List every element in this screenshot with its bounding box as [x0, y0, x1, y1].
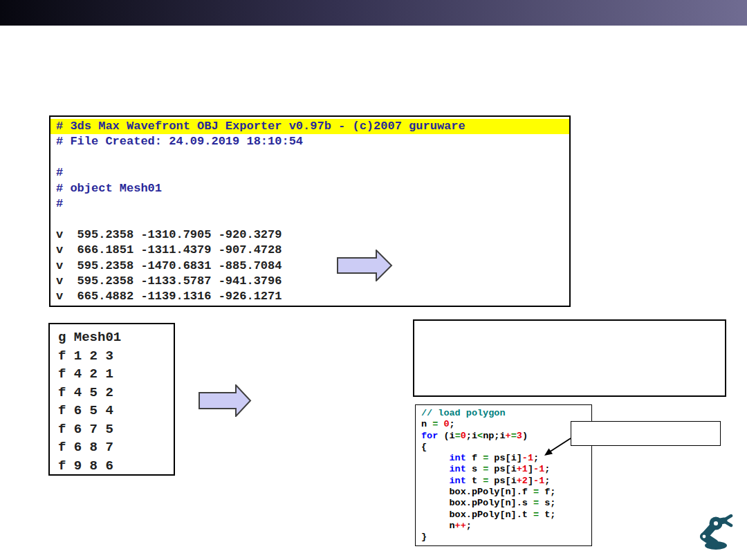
callout-box [571, 421, 721, 446]
code-line: box.pPoly[n].t = t; [421, 510, 591, 521]
obj-file-line: v 665.4882 -1139.1316 -926.1271 [50, 289, 569, 304]
face-line: f 4 5 2 [58, 384, 174, 402]
title-bar [0, 0, 747, 26]
obj-file-box: # 3ds Max Wavefront OBJ Exporter v0.97b … [49, 115, 571, 307]
empty-annotation-box [413, 319, 726, 397]
code-line: } [421, 532, 591, 543]
obj-file-line [50, 212, 569, 227]
face-line: f 9 8 6 [58, 457, 174, 476]
code-line: n++; [421, 521, 591, 532]
obj-file-line: v 595.2358 -1470.6831 -885.7084 [50, 259, 569, 274]
robot-arm-logo-icon [693, 512, 733, 550]
slide: # 3ds Max Wavefront OBJ Exporter v0.97b … [0, 0, 747, 560]
face-line: g Mesh01 [58, 328, 174, 347]
code-line: box.pPoly[n].f = f; [421, 487, 591, 498]
face-line: f 6 8 7 [58, 438, 174, 457]
callout-arrow-icon [538, 415, 587, 463]
obj-file-line: # File Created: 24.09.2019 18:10:54 [50, 134, 569, 149]
obj-file-line [50, 150, 569, 165]
obj-file-line: # [50, 196, 569, 212]
face-line: f 6 5 4 [58, 402, 174, 420]
face-line: f 4 2 1 [58, 365, 174, 384]
code-line: box.pPoly[n].s = s; [421, 498, 591, 509]
face-line: f 6 7 5 [58, 420, 174, 439]
face-line: f 1 2 3 [58, 347, 174, 366]
obj-file-line: v 666.1851 -1311.4379 -907.4728 [50, 243, 569, 258]
obj-file-line: # [50, 165, 569, 180]
right-arrow-icon [199, 384, 252, 417]
obj-file-line: v 595.2358 -1133.5787 -941.3796 [50, 274, 569, 289]
code-line: int s = ps[i+1]-1; [421, 464, 591, 475]
faces-box: g Mesh01f 1 2 3f 4 2 1f 4 5 2f 6 5 4f 6 … [48, 323, 175, 476]
obj-file-line: v 595.2358 -1310.7905 -920.3279 [50, 227, 569, 243]
obj-file-line: # 3ds Max Wavefront OBJ Exporter v0.97b … [50, 119, 569, 134]
code-line: int t = ps[i+2]-1; [421, 476, 591, 487]
obj-file-line: # object Mesh01 [50, 181, 569, 196]
right-arrow-icon [337, 250, 393, 281]
